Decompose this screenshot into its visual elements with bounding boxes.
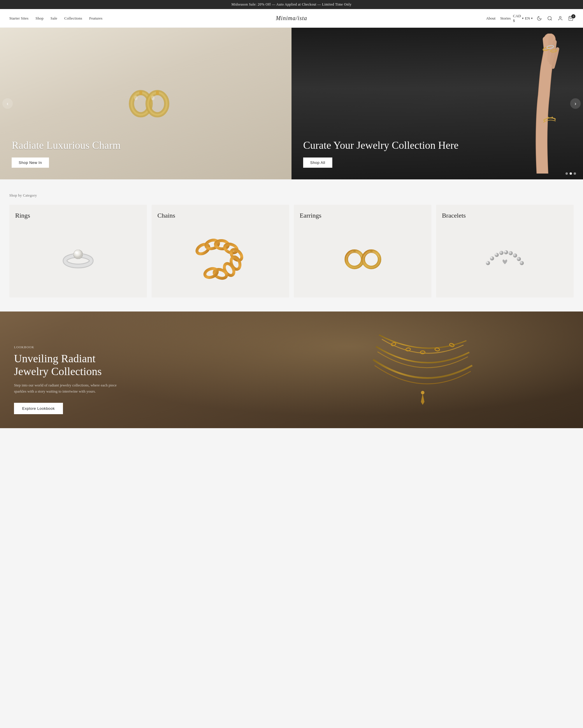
hero-dot-2[interactable] (574, 172, 576, 175)
nav-collections[interactable]: Collections (64, 16, 82, 21)
dark-mode-toggle[interactable] (536, 16, 542, 21)
svg-point-51 (505, 251, 506, 252)
bracelets-image-area (442, 224, 568, 292)
svg-rect-6 (139, 91, 142, 95)
hero-hand-image (525, 33, 571, 174)
category-grid: Rings Ch (9, 205, 574, 297)
nav-sale[interactable]: Sale (50, 16, 57, 21)
category-card-rings[interactable]: Rings (9, 205, 147, 297)
currency-chevron-icon: ▾ (522, 17, 524, 20)
chains-image-area (158, 224, 283, 292)
hero-right-title: Curate Your Jewelry Collection Here (303, 139, 459, 152)
nav-about[interactable]: About (486, 16, 496, 21)
svg-point-45 (513, 254, 517, 258)
category-card-chains[interactable]: Chains (151, 205, 289, 297)
svg-point-11 (151, 96, 155, 100)
hero-prev-button[interactable]: ‹ (2, 98, 13, 109)
svg-point-37 (363, 251, 380, 267)
category-name-bracelets: Bracelets (442, 212, 568, 219)
account-icon[interactable] (557, 16, 563, 21)
svg-point-10 (134, 96, 138, 100)
hero-left-panel: Radiate Luxurious Charm Shop New In (0, 28, 292, 179)
svg-point-40 (490, 256, 494, 260)
svg-line-1 (551, 19, 552, 20)
category-card-earrings[interactable]: Earrings (294, 205, 432, 297)
lookbook-tag: Lookbook (14, 345, 119, 349)
category-name-chains: Chains (158, 212, 283, 219)
svg-point-47 (520, 261, 524, 265)
announcement-bar: Midseason Sale: 20% Off — Auto Applied a… (0, 0, 583, 9)
category-section-label: Shop by Category (9, 193, 574, 198)
explore-lookbook-button[interactable]: Explore Lookbook (14, 403, 63, 414)
svg-point-2 (559, 16, 561, 18)
hero-left-title: Radiate Luxurious Charm (12, 139, 121, 152)
svg-point-54 (420, 351, 425, 354)
main-nav: Starter Sites Shop Sale Collections Feat… (0, 9, 583, 28)
bracelet-image (481, 243, 528, 272)
hero-right-panel: Curate Your Jewelry Collection Here Shop… (292, 28, 583, 179)
category-section: Shop by Category Rings (0, 179, 583, 312)
hero-section: Radiate Luxurious Charm Shop New In (0, 28, 583, 179)
svg-point-15 (544, 121, 546, 122)
ring-image (58, 243, 99, 272)
nav-features[interactable]: Features (89, 16, 103, 21)
currency-selector[interactable]: CAD $ ▾ (516, 16, 521, 21)
announcement-text: Midseason Sale: 20% Off — Auto Applied a… (231, 2, 352, 6)
hero-next-button[interactable]: › (570, 98, 581, 109)
svg-point-44 (509, 251, 513, 255)
svg-point-0 (548, 16, 551, 20)
svg-point-29 (229, 256, 241, 271)
language-chevron-icon: ▾ (531, 17, 533, 20)
category-name-earrings: Earrings (300, 212, 425, 219)
chain-image (191, 229, 250, 287)
nav-left: Starter Sites Shop Sale Collections Feat… (9, 16, 103, 21)
hero-dot-0[interactable] (565, 172, 568, 175)
svg-point-43 (504, 250, 508, 254)
svg-rect-9 (156, 91, 159, 95)
svg-point-30 (222, 262, 236, 277)
earrings-category-image (342, 243, 383, 272)
svg-point-17 (552, 117, 553, 118)
rings-image-area (15, 224, 141, 292)
nav-stories[interactable]: Stories (500, 16, 511, 21)
site-logo[interactable]: Minima/ista (276, 15, 307, 22)
hero-earring-image (125, 83, 171, 121)
svg-point-53 (406, 348, 411, 352)
nav-starter-sites[interactable]: Starter Sites (9, 16, 29, 21)
svg-point-50 (495, 254, 497, 255)
svg-point-48 (487, 262, 488, 263)
cart-count: 0 (571, 14, 576, 18)
svg-point-41 (495, 253, 499, 257)
lookbook-title: Unveiling Radiant Jewelry Collections (14, 352, 119, 378)
svg-point-16 (548, 117, 549, 118)
cart-icon[interactable]: 0 (568, 16, 574, 21)
hero-dot-1[interactable] (570, 172, 572, 175)
lookbook-necklace-image (262, 312, 583, 428)
svg-point-22 (74, 250, 83, 259)
hero-left-content: Radiate Luxurious Charm Shop New In (12, 139, 121, 168)
lookbook-description: Step into our world of radiant jewelry c… (14, 382, 119, 395)
svg-point-46 (517, 257, 521, 261)
svg-point-34 (346, 251, 363, 267)
svg-point-18 (554, 119, 556, 121)
lookbook-section: Lookbook Unveiling Radiant Jewelry Colle… (0, 312, 583, 428)
category-name-rings: Rings (15, 212, 141, 219)
svg-point-39 (486, 261, 490, 265)
lookbook-content: Lookbook Unveiling Radiant Jewelry Colle… (14, 345, 119, 414)
hero-dots (565, 172, 576, 175)
shop-all-button[interactable]: Shop All (303, 157, 332, 168)
svg-point-57 (421, 391, 424, 394)
svg-point-23 (75, 252, 78, 254)
language-selector[interactable]: EN ▾ (526, 16, 532, 21)
search-icon[interactable] (547, 16, 553, 21)
shop-new-button[interactable]: Shop New In (12, 157, 49, 168)
svg-point-52 (391, 342, 396, 346)
svg-point-55 (435, 348, 440, 352)
hero-right-content: Curate Your Jewelry Collection Here Shop… (303, 139, 459, 168)
svg-point-42 (499, 251, 503, 255)
earrings-image-area (300, 224, 425, 292)
nav-shop[interactable]: Shop (35, 16, 44, 21)
nav-right: About Stories CAD $ ▾ EN ▾ (486, 16, 574, 21)
svg-point-49 (491, 257, 492, 258)
category-card-bracelets[interactable]: Bracelets (436, 205, 574, 297)
